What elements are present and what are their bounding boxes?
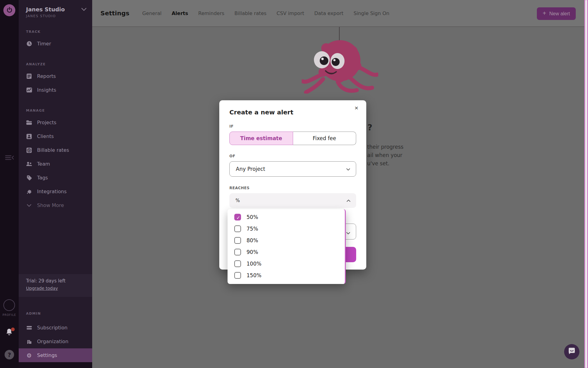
tab-alerts[interactable]: Alerts bbox=[172, 10, 188, 16]
sidebar-item-label: Show More bbox=[37, 202, 64, 208]
tab-single-sign-on[interactable]: Single Sign On bbox=[353, 10, 389, 16]
question-mark-icon: ? bbox=[8, 351, 11, 358]
scrollbar-thumb[interactable] bbox=[585, 0, 587, 368]
left-rail: PROFILE ? bbox=[0, 0, 19, 368]
percent-option-150[interactable]: 150% bbox=[228, 270, 345, 281]
sidebar-item-reports[interactable]: Reports bbox=[19, 69, 92, 83]
sidebar: Janes Studio JANES STUDIO TRACK Timer AN… bbox=[19, 0, 92, 368]
sidebar-item-label: Settings bbox=[37, 352, 57, 358]
modal-title: Create a new alert bbox=[229, 109, 356, 116]
checkbox[interactable] bbox=[234, 249, 241, 255]
sidebar-item-organization[interactable]: Organization bbox=[19, 335, 92, 348]
option-fixed-fee[interactable]: Fixed fee bbox=[293, 132, 356, 145]
background-text-line: their progress bbox=[367, 143, 403, 151]
bell-icon bbox=[5, 332, 13, 338]
background-heading-fragment: ? bbox=[368, 123, 372, 132]
notifications-button[interactable] bbox=[5, 328, 14, 337]
workspace-subtitle: JANES STUDIO bbox=[26, 14, 87, 18]
percent-option-75[interactable]: 75% bbox=[228, 223, 345, 235]
sidebar-item-subscription[interactable]: Subscription bbox=[19, 321, 92, 335]
checkbox[interactable] bbox=[234, 272, 241, 279]
upgrade-link[interactable]: Upgrade today bbox=[26, 286, 58, 291]
percent-option-100[interactable]: 100% bbox=[228, 258, 345, 270]
tab-reminders[interactable]: Reminders bbox=[198, 10, 224, 16]
section-label-analyze: ANALYZE bbox=[26, 62, 92, 66]
sidebar-item-clients[interactable]: Clients bbox=[19, 129, 92, 143]
sidebar-item-show-more[interactable]: Show More bbox=[19, 198, 92, 212]
percent-option-50[interactable]: 50% bbox=[228, 211, 345, 223]
workspace-name: Janes Studio bbox=[26, 6, 65, 13]
profile-label: PROFILE bbox=[0, 313, 19, 316]
percent-dropdown: 50% 75% 80% 90% 100% 150% bbox=[228, 209, 346, 284]
sidebar-item-label: Reports bbox=[37, 73, 56, 79]
section-label-manage: MANAGE bbox=[26, 109, 92, 113]
if-label: IF bbox=[229, 124, 356, 128]
percent-select[interactable]: % bbox=[229, 193, 356, 208]
sidebar-item-label: Team bbox=[37, 161, 50, 167]
sidebar-item-timer[interactable]: Timer bbox=[19, 37, 92, 51]
plus-icon: + bbox=[543, 10, 546, 17]
sidebar-item-label: Clients bbox=[37, 133, 54, 139]
brand-power-button[interactable] bbox=[3, 4, 15, 16]
section-label-admin: ADMIN bbox=[26, 312, 41, 316]
tab-csv-import[interactable]: CSV import bbox=[277, 10, 304, 16]
help-button[interactable]: ? bbox=[5, 350, 14, 359]
option-time-estimate[interactable]: Time estimate bbox=[229, 132, 293, 145]
reports-icon bbox=[26, 73, 32, 79]
insights-icon bbox=[26, 87, 32, 93]
chat-bubble-icon bbox=[568, 347, 576, 356]
tab-data-export[interactable]: Data export bbox=[314, 10, 343, 16]
checkbox[interactable] bbox=[234, 225, 241, 232]
scrollbar[interactable] bbox=[584, 0, 588, 368]
percent-select-value: % bbox=[236, 198, 240, 203]
workspace-switcher[interactable]: Janes Studio JANES STUDIO bbox=[19, 0, 92, 18]
chevron-down-icon bbox=[346, 166, 350, 172]
background-text-fragments: their progress ail when your u've set. bbox=[367, 143, 403, 168]
background-text-line: ail when your bbox=[367, 151, 403, 159]
tab-general[interactable]: General bbox=[142, 10, 161, 16]
chat-launcher-button[interactable] bbox=[564, 344, 579, 359]
background-text-line: u've set. bbox=[367, 159, 403, 168]
notification-badge bbox=[11, 328, 15, 331]
sidebar-item-projects[interactable]: Projects bbox=[19, 116, 92, 129]
checkbox[interactable] bbox=[234, 260, 241, 267]
sidebar-item-label: Organization bbox=[37, 339, 68, 344]
plug-icon bbox=[26, 189, 32, 195]
percent-option-90[interactable]: 90% bbox=[228, 246, 345, 258]
reaches-label: REACHES bbox=[229, 186, 356, 190]
tag-icon bbox=[26, 175, 32, 181]
svg-text:$: $ bbox=[28, 149, 30, 152]
of-label: OF bbox=[229, 154, 356, 158]
trial-text: Trial: 29 days left bbox=[26, 278, 92, 284]
profile-avatar[interactable] bbox=[3, 299, 15, 311]
project-select-value: Any Project bbox=[236, 166, 265, 172]
sidebar-item-integrations[interactable]: Integrations bbox=[19, 185, 92, 198]
tab-billable-rates[interactable]: Billable rates bbox=[235, 10, 266, 16]
settings-tabs: General Alerts Reminders Billable rates … bbox=[142, 10, 389, 16]
sidebar-item-label: Billable rates bbox=[37, 147, 69, 153]
trial-banner: Trial: 29 days left Upgrade today bbox=[19, 274, 92, 297]
new-alert-button[interactable]: + New alert bbox=[537, 7, 576, 20]
sidebar-item-settings[interactable]: ⚙ Settings bbox=[19, 348, 92, 362]
chevron-down-icon bbox=[81, 6, 87, 12]
building-icon bbox=[26, 339, 32, 345]
sidebar-item-insights[interactable]: Insights bbox=[19, 83, 92, 97]
checkbox[interactable] bbox=[234, 237, 241, 244]
checkbox-checked[interactable] bbox=[234, 214, 241, 220]
sidebar-item-team[interactable]: Team bbox=[19, 157, 92, 171]
team-icon bbox=[26, 161, 32, 167]
card-icon bbox=[26, 325, 32, 331]
dollar-icon: $ bbox=[26, 147, 32, 153]
folder-icon bbox=[26, 120, 32, 126]
sidebar-item-label: Projects bbox=[37, 120, 56, 125]
close-icon: × bbox=[355, 104, 358, 112]
project-select[interactable]: Any Project bbox=[229, 161, 356, 177]
collapse-sidebar-icon bbox=[4, 158, 15, 163]
sidebar-item-tags[interactable]: Tags bbox=[19, 171, 92, 185]
close-button[interactable]: × bbox=[352, 103, 361, 113]
sidebar-bottom-strip bbox=[19, 362, 92, 368]
collapse-sidebar-button[interactable] bbox=[4, 153, 15, 162]
sidebar-item-billable-rates[interactable]: $ Billable rates bbox=[19, 143, 92, 157]
page-title: Settings bbox=[100, 10, 129, 17]
percent-option-80[interactable]: 80% bbox=[228, 235, 345, 246]
